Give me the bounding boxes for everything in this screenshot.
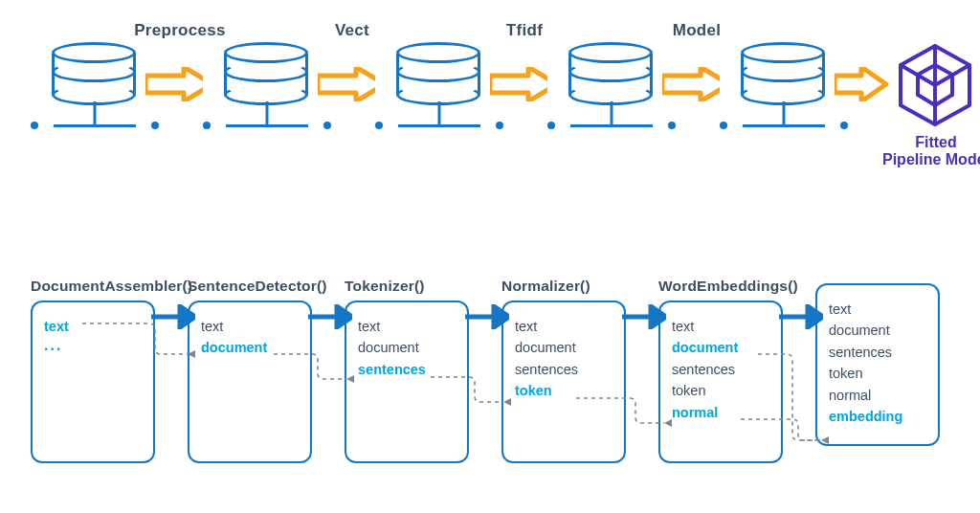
stage-card: text document <box>188 301 312 463</box>
stage-title: DocumentAssembler() <box>31 278 174 295</box>
stage-title: SentenceDetector() <box>188 278 331 295</box>
stage-card: text document sentences token <box>501 301 626 463</box>
col: document <box>358 337 456 358</box>
col: text <box>358 316 456 337</box>
cube-icon <box>896 42 974 130</box>
flow-arrow-icon <box>151 304 195 329</box>
db-icon <box>52 38 138 98</box>
col: text <box>201 316 299 337</box>
col: sentences <box>515 359 612 380</box>
col: text <box>672 316 769 337</box>
col-output: text <box>44 316 142 337</box>
stage-title: Tokenizer() <box>345 278 488 295</box>
top-stage-label-model: Model <box>630 21 764 40</box>
col: document <box>515 337 612 358</box>
arrow-icon <box>145 67 203 101</box>
flow-arrow-icon <box>465 304 509 329</box>
fitted-pipeline-caption: Fitted Pipeline Model <box>871 134 980 168</box>
arrow-icon <box>318 67 375 101</box>
flow-arrow-icon <box>622 304 666 329</box>
top-stage-label-tfidf: Tfidf <box>457 21 591 40</box>
col: token <box>829 363 926 384</box>
top-pipeline: Preprocess Vect Tfidf Model <box>52 38 951 211</box>
col-output: normal <box>672 402 769 423</box>
db-icon <box>224 38 310 98</box>
db-icon <box>568 38 655 98</box>
stage-title: Normalizer() <box>501 278 645 295</box>
col: sentences <box>672 359 769 380</box>
stage-card: text document sentences <box>345 301 469 463</box>
arrow-icon <box>662 67 720 101</box>
col-output: token <box>515 380 612 401</box>
stage-title: WordEmbeddings() <box>658 278 802 295</box>
stage-card: text document sentences token normal <box>658 301 783 463</box>
col-output: sentences <box>358 359 456 380</box>
db-icon <box>741 38 827 98</box>
arrow-icon <box>490 67 547 101</box>
stage-card: text ... <box>31 301 155 463</box>
col-input: document <box>672 337 769 358</box>
col: normal <box>829 385 926 406</box>
col-output: embedding <box>829 406 926 427</box>
fitted-line2: Pipeline Model <box>871 151 980 168</box>
col: text <box>829 299 926 320</box>
top-stage-label-preprocess: Preprocess <box>113 21 247 40</box>
top-stage-label-vect: Vect <box>285 21 419 40</box>
stage-card: text document sentences token normal emb… <box>815 283 940 446</box>
col: document <box>829 320 926 341</box>
col: sentences <box>829 342 926 363</box>
ellipsis: ... <box>44 337 142 354</box>
stage-result: text document sentences token normal emb… <box>815 278 959 446</box>
db-icon <box>396 38 482 98</box>
flow-arrow-icon <box>308 304 352 329</box>
col: text <box>515 316 612 337</box>
flow-arrow-icon <box>779 304 823 329</box>
col: token <box>672 380 769 401</box>
arrow-icon <box>835 67 892 101</box>
col-output: document <box>201 337 299 358</box>
fitted-line1: Fitted <box>871 134 980 151</box>
